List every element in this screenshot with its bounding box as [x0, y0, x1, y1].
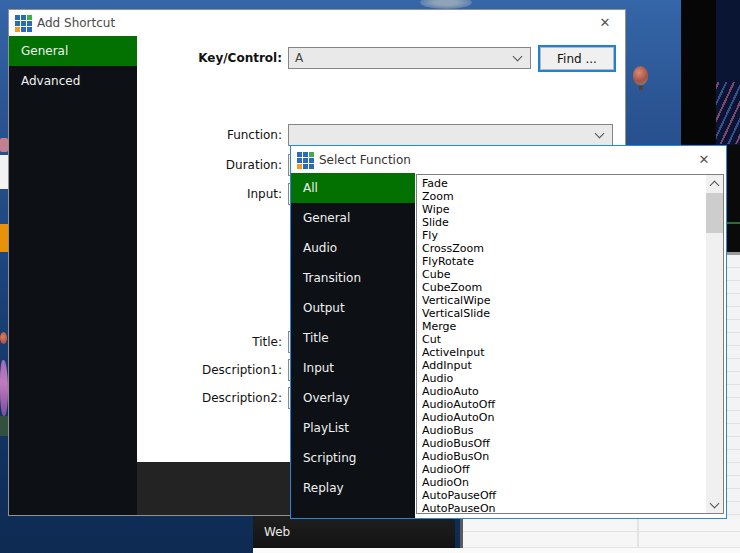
close-icon[interactable]: ✕ [694, 151, 714, 169]
function-list-item[interactable]: AudioAutoOn [417, 411, 706, 424]
function-list-item[interactable]: Cut [417, 333, 706, 346]
function-name: AutoPauseOn [422, 502, 496, 514]
key-control-dropdown[interactable]: A [288, 47, 531, 69]
desktop-black-band [681, 0, 716, 145]
function-list-item[interactable]: AudioAuto [417, 385, 706, 398]
function-name: AudioOff [422, 463, 470, 476]
function-list-item[interactable]: AudioBusOn [417, 450, 706, 463]
chevron-down-icon [595, 129, 605, 139]
function-name: VerticalWipe [422, 294, 491, 307]
function-list-item[interactable]: AudioAutoOff [417, 398, 706, 411]
duration-label: Duration: [226, 158, 282, 172]
sidebar-item-label: General [21, 44, 68, 58]
sidebar-item-label: Advanced [21, 74, 80, 88]
wallpaper-balloon-small [0, 332, 7, 344]
function-name: AutoPauseOff [422, 489, 496, 502]
category-item[interactable]: Title [291, 323, 415, 353]
category-item-label: Title [303, 331, 329, 345]
function-name: AudioAutoOn [422, 411, 494, 424]
scroll-up-button[interactable] [706, 175, 723, 192]
description1-label: Description1: [202, 363, 282, 377]
hot-air-balloon-image [633, 66, 648, 85]
function-name: Merge [422, 320, 456, 333]
function-list-item[interactable]: ActiveInput [417, 346, 706, 359]
description2-label: Description2: [202, 391, 282, 405]
function-list-item[interactable]: AddInput [417, 359, 706, 372]
category-item-label: Output [303, 301, 345, 315]
close-icon[interactable]: ✕ [595, 14, 615, 32]
find-button[interactable]: Find ... [538, 45, 616, 72]
category-item[interactable]: Input [291, 353, 415, 383]
function-name: CrossZoom [422, 242, 484, 255]
function-dropdown[interactable] [288, 124, 613, 146]
category-item[interactable]: Output [291, 293, 415, 323]
function-list-item[interactable]: VerticalWipe [417, 294, 706, 307]
select-function-titlebar: Select Function ✕ [291, 146, 726, 173]
function-list-item[interactable]: AutoPauseOff [417, 489, 706, 502]
dialog-title: Add Shortcut [37, 16, 115, 30]
function-name: Cut [422, 333, 441, 346]
function-name: Fade [422, 177, 448, 190]
function-name: Wipe [422, 203, 449, 216]
function-listbox: Fade Zoom Wipe Slide Fly [416, 174, 724, 514]
function-name: ActiveInput [422, 346, 485, 359]
category-item-label: Replay [303, 481, 344, 495]
function-name: Slide [422, 216, 449, 229]
function-list-item[interactable]: Slide [417, 216, 706, 229]
chevron-down-icon [710, 499, 720, 509]
category-item[interactable]: General [291, 203, 415, 233]
function-name: Zoom [422, 190, 454, 203]
background-green-line [727, 222, 740, 224]
function-list-item[interactable]: Fly [417, 229, 706, 242]
function-name: AudioOn [422, 476, 469, 489]
function-list-item[interactable]: CrossZoom [417, 242, 706, 255]
function-list-item[interactable]: AudioBusOff [417, 437, 706, 450]
category-item-label: Overlay [303, 391, 350, 405]
function-list-item[interactable]: Zoom [417, 190, 706, 203]
sidebar-item[interactable]: Advanced [9, 66, 137, 96]
function-name: AddInput [422, 359, 472, 372]
category-item[interactable]: PlayList [291, 413, 415, 443]
scroll-down-button[interactable] [706, 496, 723, 513]
scrollbar-thumb[interactable] [706, 193, 723, 233]
wallpaper-balloon-large [0, 360, 8, 416]
function-name: AudioAuto [422, 385, 479, 398]
category-item-label: Audio [303, 241, 337, 255]
category-item[interactable]: Replay [291, 473, 415, 503]
row-divider [463, 531, 740, 532]
vmix-logo-icon [15, 15, 32, 32]
vmix-logo-icon [297, 152, 314, 169]
background-window-sliver [727, 145, 740, 252]
balloon-basket [639, 86, 643, 90]
select-function-dialog: Select Function ✕ All General Audio Tran… [290, 145, 727, 519]
function-name: AudioBusOn [422, 450, 489, 463]
category-item[interactable]: Transition [291, 263, 415, 293]
function-list-item[interactable]: AutoPauseOn [417, 502, 706, 514]
function-list-item[interactable]: Fade [417, 177, 706, 190]
function-name: Fly [422, 229, 438, 242]
function-list-item[interactable]: CubeZoom [417, 281, 706, 294]
sidebar-item[interactable]: General [9, 36, 137, 66]
category-item[interactable]: All [291, 173, 415, 203]
function-list-item[interactable]: Cube [417, 268, 706, 281]
function-list-item[interactable]: AudioOff [417, 463, 706, 476]
scrollbar[interactable] [706, 175, 723, 513]
function-list-item[interactable]: AudioOn [417, 476, 706, 489]
web-tab[interactable]: Web [253, 516, 455, 548]
function-list-item[interactable]: AudioBus [417, 424, 706, 437]
category-item-label: Scripting [303, 451, 356, 465]
function-list-item[interactable]: VerticalSlide [417, 307, 706, 320]
category-item-label: All [303, 181, 318, 195]
function-name: AudioBus [422, 424, 474, 437]
category-item[interactable]: Scripting [291, 443, 415, 473]
category-item[interactable]: Audio [291, 233, 415, 263]
function-list-item[interactable]: Merge [417, 320, 706, 333]
column-divider [637, 519, 639, 548]
key-control-value: A [295, 51, 303, 65]
function-list-item[interactable]: FlyRotate [417, 255, 706, 268]
function-list-item[interactable]: Wipe [417, 203, 706, 216]
function-name: Cube [422, 268, 450, 281]
function-list-item[interactable]: Audio [417, 372, 706, 385]
category-item[interactable]: Overlay [291, 383, 415, 413]
title-label: Title: [252, 335, 282, 349]
